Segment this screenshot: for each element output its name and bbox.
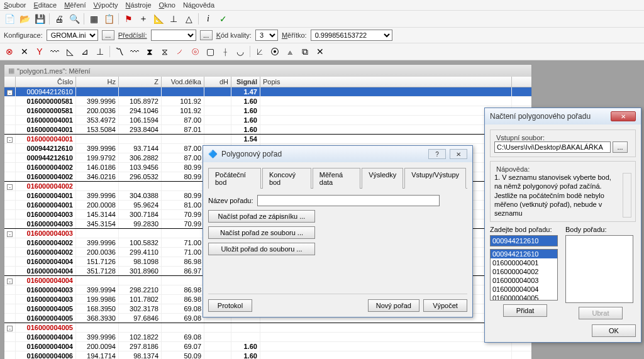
col-popis[interactable]: Popis	[260, 77, 512, 87]
cross-icon[interactable]: ✕	[18, 45, 31, 58]
htower2-icon[interactable]: ⊥	[167, 12, 180, 26]
list-item[interactable]: 016000004002	[491, 267, 557, 276]
predcisli-select[interactable]	[151, 30, 196, 41]
table-row[interactable]: -0160000040011.54	[4, 135, 531, 144]
open-icon[interactable]: 📂	[18, 12, 31, 26]
tool2-icon[interactable]: ⦿	[268, 45, 282, 58]
tab-koncovy[interactable]: Koncový bod	[262, 168, 311, 189]
zadejte-input[interactable]	[490, 235, 558, 246]
save-icon[interactable]: 💾	[33, 12, 47, 26]
tool5-icon[interactable]: ✕	[313, 45, 327, 58]
polygon-dialog-title[interactable]: 🔷 Polygonový pořad ? ✕	[203, 146, 472, 162]
novy-porad-button[interactable]: Nový pořad	[368, 299, 419, 312]
tool3-icon[interactable]: ⟁	[283, 45, 297, 58]
tool4-icon[interactable]: ⧉	[298, 45, 312, 58]
points-selected-list[interactable]	[565, 235, 633, 303]
ang1-icon[interactable]: ◺	[63, 45, 77, 58]
col-z[interactable]: Z	[119, 77, 162, 87]
vstup-path-input[interactable]	[494, 141, 611, 153]
tab-merena[interactable]: Měřená data	[313, 168, 360, 189]
tool1-icon[interactable]: ⟀	[253, 45, 267, 58]
arc-icon[interactable]: ◡	[233, 45, 247, 58]
tree-toggle-icon[interactable]: -	[7, 279, 13, 284]
grid-icon[interactable]: ▦	[87, 12, 101, 26]
menu-napoveda[interactable]: Nápověda	[183, 1, 214, 9]
perp-icon[interactable]: ⊥	[93, 45, 107, 58]
pridat-button[interactable]: Přidat	[503, 304, 547, 317]
list-item[interactable]: 016000004003	[491, 276, 557, 285]
load-dialog-title[interactable]: Načtení polygonového pořadu ✕	[485, 108, 641, 124]
flag-icon[interactable]: ⚑	[121, 12, 135, 26]
trav5-icon[interactable]: ⟋	[173, 45, 187, 58]
table-row[interactable]: 016000004004200.0094297.818669.071.60	[4, 342, 531, 351]
table-row[interactable]: -0009442126101.47	[4, 87, 531, 97]
help-button[interactable]: ?	[428, 149, 446, 159]
trav1-icon[interactable]: 〽	[113, 45, 126, 58]
tab-vstupy[interactable]: Vstupy/Výstupy	[404, 168, 466, 189]
points-available-list[interactable]: 0009442126100160000040010160000040020160…	[490, 249, 558, 301]
print-icon[interactable]: 🖨	[52, 12, 66, 26]
list-item[interactable]: 000944212610	[491, 250, 557, 258]
log-icon[interactable]: 📋	[102, 12, 116, 26]
col-dh[interactable]: dH	[204, 77, 231, 87]
xy-icon[interactable]: ⊗	[3, 45, 16, 58]
load-notebook-button[interactable]: Načíst pořad ze zápisníku ...	[208, 210, 315, 223]
save-file-button[interactable]: Uložit pořad do souboru ...	[208, 243, 315, 255]
new-icon[interactable]: 📄	[3, 12, 16, 26]
load-close-button[interactable]: ✕	[611, 111, 636, 121]
table-row[interactable]: 016000004004399.9996102.182269.08	[4, 333, 531, 342]
protokol-button[interactable]: Protokol	[208, 299, 252, 312]
menu-vypocty[interactable]: Výpočty	[93, 1, 118, 9]
join-icon[interactable]: ⟊	[218, 45, 232, 58]
info-icon[interactable]: i	[201, 12, 215, 26]
trav2-icon[interactable]: 〰	[128, 45, 142, 58]
kod-select[interactable]: 3	[255, 30, 278, 41]
config-browse-button[interactable]: ...	[102, 30, 114, 40]
plus-icon[interactable]: ＋	[136, 12, 150, 26]
menu-okno[interactable]: Okno	[159, 1, 175, 9]
tree-toggle-icon[interactable]: -	[7, 326, 13, 331]
square-icon[interactable]: ▢	[203, 45, 217, 58]
load-file-button[interactable]: Načíst pořad ze souboru ...	[208, 226, 315, 239]
trav3-icon[interactable]: ⧗	[143, 45, 157, 58]
tree-toggle-icon[interactable]: -	[7, 231, 13, 237]
menu-nastroje[interactable]: Nástroje	[126, 1, 152, 9]
table-row[interactable]: 016000004001353.4972106.159487.001.60	[4, 116, 531, 125]
menu-editace[interactable]: Editace	[33, 1, 57, 9]
menu-soubor[interactable]: Soubor	[4, 1, 26, 9]
ok-button[interactable]: OK	[592, 324, 636, 337]
net-icon[interactable]: 〰	[48, 45, 62, 58]
tree-toggle-icon[interactable]: -	[7, 90, 13, 96]
ang2-icon[interactable]: ⊿	[78, 45, 92, 58]
col-signal[interactable]: Signál	[231, 77, 260, 87]
level-icon[interactable]: △	[182, 12, 196, 26]
vstup-browse-button[interactable]: ...	[613, 141, 628, 153]
tab-pocatecni[interactable]: Počáteční bod	[208, 168, 261, 189]
trav4-icon[interactable]: ⧖	[158, 45, 172, 58]
table-row[interactable]: -016000004005	[4, 323, 531, 333]
tree-toggle-icon[interactable]: -	[7, 137, 13, 143]
tab-vysledky[interactable]: Výsledky	[362, 168, 403, 189]
table-row[interactable]: 016000004001153.5084293.840487.011.60	[4, 125, 531, 135]
nazev-input[interactable]	[257, 195, 440, 206]
table-row[interactable]: 016000004006194.171498.137450.091.60	[4, 351, 531, 359]
col-hz[interactable]: Hz	[76, 77, 119, 87]
table-row[interactable]: 016000000581399.9996105.8972101.921.60	[4, 97, 531, 106]
check-icon[interactable]: ✓	[216, 12, 230, 26]
table-row[interactable]: 016000000581200.0036294.1046101.921.60	[4, 106, 531, 116]
preview-icon[interactable]: 🔍	[67, 12, 81, 26]
close-button[interactable]: ✕	[450, 149, 467, 159]
tree-toggle-icon[interactable]: -	[7, 184, 13, 190]
predcisli-browse-button[interactable]: ...	[200, 30, 213, 40]
list-item[interactable]: 016000004005	[491, 294, 557, 301]
col-voddelka[interactable]: Vod.délka	[162, 77, 204, 87]
napoveda-scrollbar[interactable]	[623, 173, 631, 218]
config-select[interactable]: GROMA.ini	[47, 30, 98, 41]
list-item[interactable]: 016000004001	[491, 258, 557, 267]
meritko-select[interactable]: 0.999856153722	[311, 30, 392, 41]
list-item[interactable]: 016000004004	[491, 285, 557, 294]
menu-mereni[interactable]: Měření	[64, 1, 86, 9]
trav6-icon[interactable]: ⦾	[188, 45, 202, 58]
htower1-icon[interactable]: 📐	[152, 12, 165, 26]
vypocet-button[interactable]: Výpočet	[423, 299, 467, 312]
